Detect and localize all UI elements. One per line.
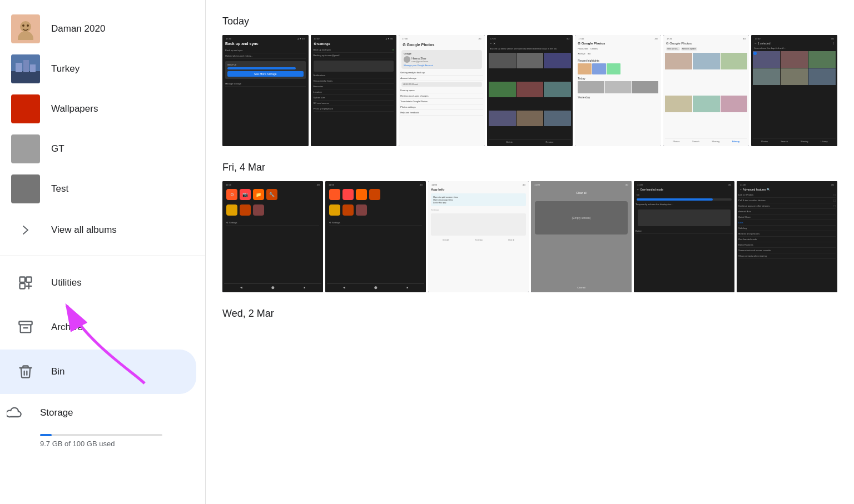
storage-header: Storage: [0, 398, 205, 427]
sidebar-item-utilities[interactable]: Utilities: [0, 261, 196, 305]
section-title-fri4mar: Fri, 4 Mar: [222, 162, 837, 173]
archive-icon: [11, 313, 40, 342]
sidebar-item-turkey[interactable]: Turkey: [0, 49, 196, 89]
sidebar-item-wallpapers[interactable]: Wallpapers: [0, 89, 196, 129]
album-label-wallpapers: Wallpapers: [51, 103, 98, 114]
album-thumb-gt: [11, 134, 40, 163]
photo-today-7[interactable]: 17:404G ← 1 selected⋮ Items above the da…: [751, 35, 837, 146]
utilities-icon: [11, 268, 40, 297]
bin-label: Bin: [51, 366, 65, 377]
divider-1: [0, 256, 205, 256]
sidebar-item-gt[interactable]: GT: [0, 129, 196, 169]
sidebar-item-daman[interactable]: Daman 2020: [0, 9, 196, 49]
sidebar: Daman 2020 Turkey Wallpapers GT Test: [0, 0, 206, 504]
photo-grid-today: 17:40▲▼ 4G Back up and sync Back up and …: [222, 35, 837, 146]
archive-label: Archive: [51, 322, 83, 333]
svg-rect-11: [20, 283, 25, 288]
section-title-today: Today: [222, 16, 837, 27]
svg-rect-7: [23, 60, 29, 72]
cloud-icon: [0, 398, 29, 427]
main-content: Today 17:40▲▼ 4G Back up and sync Back u…: [206, 0, 854, 504]
section-title-wed2mar: Wed, 2 Mar: [222, 308, 837, 320]
svg-rect-8: [30, 64, 36, 72]
svg-rect-10: [26, 277, 31, 282]
photo-fri-3[interactable]: 11:004G App Info Open in split screen vi…: [428, 181, 529, 292]
photo-today-5[interactable]: 17:404G G Google Photos FavouritesUtilit…: [575, 35, 661, 146]
svg-point-2: [22, 24, 24, 27]
svg-rect-9: [20, 277, 25, 282]
utilities-label: Utilities: [51, 277, 82, 288]
album-thumb-daman: [11, 14, 40, 43]
photo-fri-2[interactable]: 11:004G ⚙ Settings ◀⬤■: [325, 181, 426, 292]
storage-bar: [40, 434, 205, 436]
album-label-turkey: Turkey: [51, 63, 80, 74]
photo-today-4[interactable]: 17:404G ← ✕ Backed up items will be perm…: [487, 35, 573, 146]
photo-fri-4[interactable]: 11:004G Clear all (Empty screen) Clear a…: [531, 181, 632, 292]
album-thumb-test: [11, 174, 40, 203]
album-thumb-wallpapers: [11, 94, 40, 123]
svg-rect-12: [19, 322, 32, 325]
storage-used-text: 9.7 GB of 100 GB used: [40, 440, 205, 448]
storage-label: Storage: [40, 407, 73, 418]
album-thumb-turkey: [11, 54, 40, 83]
photo-today-3[interactable]: 17:404G G Google Photos Google Heena Sha…: [399, 35, 485, 146]
view-all-albums-label: View all albums: [51, 224, 117, 236]
album-label-gt: GT: [51, 143, 64, 154]
photo-fri-1[interactable]: 11:004G ⚙ 📷 📁 🔧 ⚙ Settings ◀⬤■: [222, 181, 323, 292]
photo-fri-5[interactable]: 11:004G ← One-handed mode On Temporarily…: [634, 181, 734, 292]
svg-rect-6: [16, 63, 22, 72]
sidebar-item-bin[interactable]: Bin: [0, 350, 196, 394]
photo-grid-fri4mar: 11:004G ⚙ 📷 📁 🔧 ⚙ Settings ◀⬤■: [222, 181, 837, 292]
storage-section: Storage 9.7 GB of 100 GB used: [0, 398, 205, 448]
photo-today-2[interactable]: 17:40▲▼ 4G ⚙ Settings Back up and sync● …: [311, 35, 397, 146]
photo-fri-6[interactable]: 11:004G ← Advanced features 🔍 Link to Wi…: [737, 181, 837, 292]
sidebar-item-test[interactable]: Test: [0, 169, 196, 209]
bin-icon: [11, 357, 40, 386]
arrow-right-icon: [11, 216, 40, 244]
album-label-daman: Daman 2020: [51, 23, 105, 34]
svg-point-3: [27, 24, 29, 27]
album-label-test: Test: [51, 183, 68, 194]
photo-today-6[interactable]: 17:404G G Google Photos Send and sea... …: [663, 35, 749, 146]
view-all-albums-button[interactable]: View all albums: [0, 209, 196, 251]
photo-today-1[interactable]: 17:40▲▼ 4G Back up and sync Back up and …: [222, 35, 309, 146]
svg-point-1: [18, 31, 33, 40]
svg-rect-5: [11, 71, 40, 83]
sidebar-item-archive[interactable]: Archive: [0, 305, 196, 350]
